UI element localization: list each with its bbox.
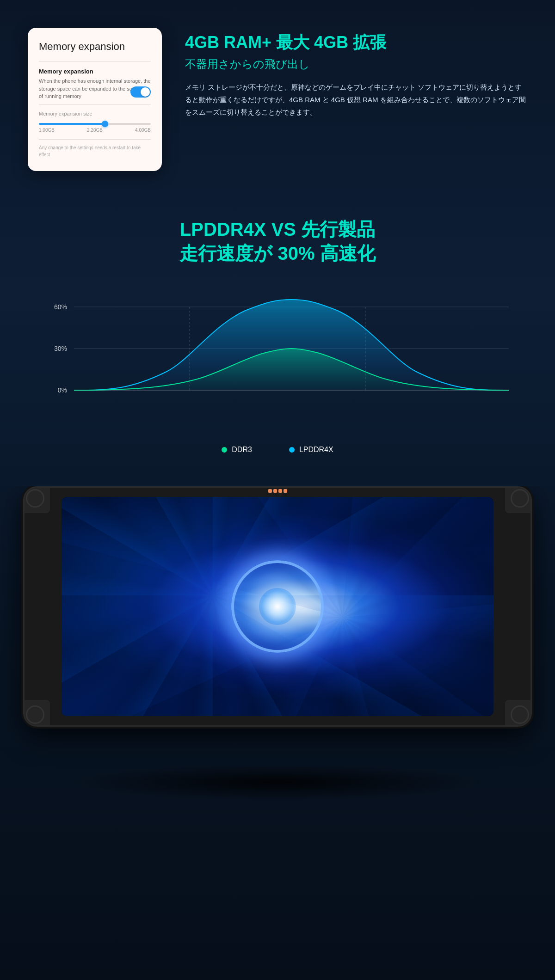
top-bar-dots <box>268 489 287 493</box>
lpddr4x-dot <box>289 447 295 453</box>
memory-note: Any change to the settings needs a resta… <box>39 144 151 158</box>
card-divider <box>39 61 151 61</box>
memory-main-heading: 4GB RAM+ 最大 4GB 拡張 <box>185 32 527 52</box>
svg-text:30%: 30% <box>54 345 67 352</box>
phone-section <box>0 486 555 801</box>
screen-background <box>62 497 493 716</box>
top-dot-1 <box>268 489 272 493</box>
memory-sub-heading: 不器用さからの飛び出し <box>185 57 527 72</box>
corner-bump-br <box>511 705 529 724</box>
phone-outer <box>23 486 532 727</box>
chart-area: 60% 30% 0% <box>37 288 518 436</box>
chart-section: LPDDR4X VS 先行製品 走行速度が 30% 高速化 60% 30% 0% <box>0 190 555 477</box>
memory-body-text: メモリ ストレージが不十分だと、原神などのゲームをプレイ中にチャット ソフトウェ… <box>185 81 527 118</box>
slider-mid: 2.20GB <box>87 128 103 133</box>
phone-screen <box>62 497 493 716</box>
chart-legend: DDR3 LPDDR4X <box>37 446 518 454</box>
memory-toggle[interactable] <box>130 86 151 98</box>
card-title: Memory expansion <box>39 41 151 53</box>
top-dot-2 <box>273 489 277 493</box>
screen-center-light <box>259 588 296 625</box>
corner-bl <box>23 700 50 727</box>
chart-heading-line2: 走行速度が 30% 高速化 <box>179 243 375 263</box>
chart-svg: 60% 30% 0% <box>37 288 518 436</box>
slider-min: 1.00GB <box>39 128 55 133</box>
note-divider <box>39 139 151 140</box>
side-button <box>530 595 532 618</box>
svg-text:0%: 0% <box>58 386 67 394</box>
chart-heading: LPDDR4X VS 先行製品 走行速度が 30% 高速化 <box>37 217 518 265</box>
slider-labels: 1.00GB 2.20GB 4.00GB <box>39 128 151 133</box>
slider-max: 4.00GB <box>135 128 151 133</box>
slider-track <box>39 123 151 125</box>
ddr3-dot <box>222 447 227 453</box>
phone-top-bar <box>231 488 324 494</box>
top-dot-4 <box>284 489 287 493</box>
svg-text:60%: 60% <box>54 303 67 311</box>
top-dot-3 <box>278 489 282 493</box>
corner-tr <box>505 486 532 513</box>
corner-bump-tr <box>511 489 529 508</box>
corner-tl <box>23 486 50 513</box>
ddr3-label: DDR3 <box>232 446 252 454</box>
legend-ddr3: DDR3 <box>222 446 252 454</box>
corner-bump-bl <box>26 705 44 724</box>
legend-lpddr4x: LPDDR4X <box>289 446 333 454</box>
memory-expansion-section: Memory expansion Memory expansion When t… <box>0 0 555 190</box>
chart-heading-line1: LPDDR4X VS 先行製品 <box>180 219 375 239</box>
lpddr4x-label: LPDDR4X <box>299 446 333 454</box>
corner-bump-tl <box>26 489 44 508</box>
memory-slider[interactable]: 1.00GB 2.20GB 4.00GB <box>39 123 151 133</box>
phone-shadow <box>69 764 486 801</box>
memory-card: Memory expansion Memory expansion When t… <box>28 28 162 171</box>
size-label: Memory expansion size <box>39 111 151 116</box>
slider-fill <box>39 123 104 125</box>
memory-text-block: 4GB RAM+ 最大 4GB 拡張 不器用さからの飛び出し メモリ ストレージ… <box>185 28 527 118</box>
card-label: Memory expansion <box>39 68 151 75</box>
corner-br <box>505 700 532 727</box>
size-divider <box>39 104 151 104</box>
slider-thumb <box>102 121 108 127</box>
